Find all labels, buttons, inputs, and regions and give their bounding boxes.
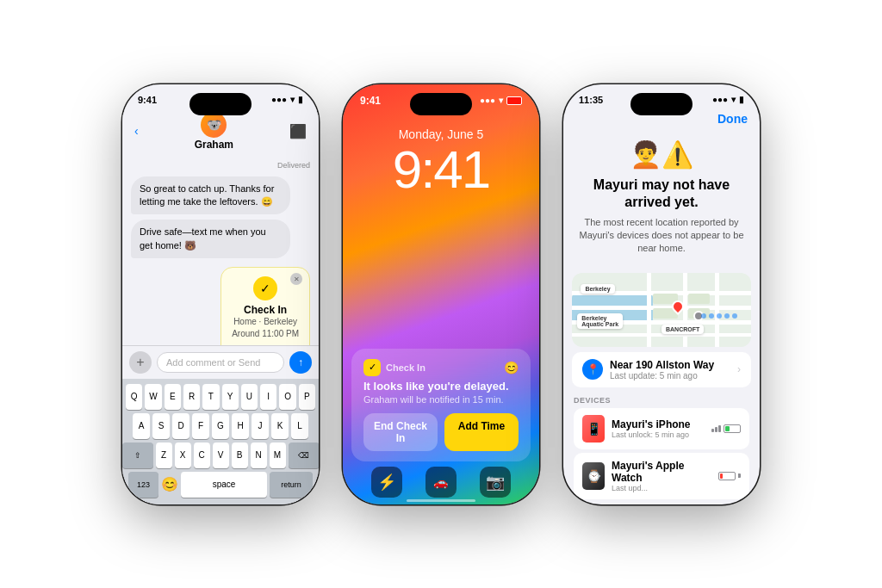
map-dot-4 [724,313,730,319]
key-m[interactable]: M [270,443,286,468]
key-u[interactable]: U [241,384,258,410]
messages-nav: ‹ 🐨 Graham ⬛ [122,108,319,156]
check-in-close-button[interactable]: ✕ [290,273,302,285]
send-button[interactable]: ↑ [289,351,312,374]
key-return[interactable]: return [270,472,313,498]
phone-messages: 9:41 ●●● ▾ ▮ ‹ 🐨 Graham ⬛ Delivered [122,84,319,504]
lock-time-display: 9:41 [343,143,539,196]
map-dot-2 [709,313,714,319]
key-j[interactable]: J [252,413,269,439]
map-container[interactable]: Berkeley BerkeleyAquatic Park BANCROFT [572,273,751,347]
key-123[interactable]: 123 [128,472,158,498]
alert-status-icons: ●●● ▾ ▮ [712,95,744,104]
lock-signal-icon: ●●● [480,96,495,105]
location-row[interactable]: 📍 Near 190 Allston Way Last update: 5 mi… [572,352,751,387]
keyboard-row-4: 123 😊 space return [126,472,315,498]
key-shift[interactable]: ⇧ [122,443,153,468]
phone-alert: 11:35 ●●● ▾ ▮ Done 🧑‍🦱⚠️ Mayuri may not … [563,84,760,504]
home-indicator-center [407,499,475,502]
camera-button[interactable]: 📷 [480,467,511,498]
driving-mode-button[interactable]: 🚗 [425,467,457,498]
wifi-bar-1 [711,429,714,432]
contact-avatar: 🐨 [201,112,227,138]
key-y[interactable]: Y [222,384,239,410]
key-k[interactable]: K [271,413,289,439]
key-d[interactable]: D [172,413,189,439]
add-attachment-button[interactable]: + [129,351,152,374]
battery-icon: ▮ [298,95,303,104]
key-p[interactable]: P [299,384,315,410]
wifi-bar-2 [715,427,717,432]
map-label-bancroft: BANCROFT [662,325,704,334]
scene: 9:41 ●●● ▾ ▮ ‹ 🐨 Graham ⬛ Delivered [0,0,882,588]
notif-actions: End Check In Add Time [363,413,519,451]
key-i[interactable]: I [260,384,276,410]
key-q[interactable]: Q [126,384,142,410]
location-icon: 📍 [582,359,603,380]
key-l[interactable]: L [291,413,308,439]
device-iphone-update: Last unlock: 5 min ago [612,430,691,439]
device-row-watch[interactable]: ⌚ Mayuri's Apple Watch Last upd... [574,453,749,499]
key-w[interactable]: W [145,384,161,410]
contact-header[interactable]: 🐨 Graham [195,112,233,151]
keyboard-row-2: A S D F G H J K L [126,413,315,439]
key-emoji[interactable]: 😊 [161,472,178,498]
location-info: Near 190 Allston Way Last update: 5 min … [610,359,714,381]
key-t[interactable]: T [202,384,219,410]
phone-lockscreen: 9:41 ●●● ▾ Monday, June 5 9:41 ✓ Check I… [343,84,539,504]
keyboard: Q W E R T Y U I O P A S D F G H [122,379,319,504]
delivered-label: Delivered [131,161,310,170]
key-f[interactable]: F [192,413,209,439]
key-c[interactable]: C [194,443,210,468]
device-row-iphone[interactable]: 📱 Mayuri's iPhone Last unlock: 5 min ago [574,408,749,449]
message-input-bar: + Add comment or Send ↑ [122,345,319,379]
message-bubble-1: So great to catch up. Thanks for letting… [131,176,290,215]
dynamic-island-right [630,93,693,115]
device-info-watch: Mayuri's Apple Watch Last upd... [612,460,711,492]
key-h[interactable]: H [232,413,249,439]
video-call-button[interactable]: ⬛ [289,123,307,139]
map-street-v2 [683,273,687,347]
devices-section: DEVICES 📱 Mayuri's iPhone Last unlock: 5… [563,393,760,504]
key-b[interactable]: B [232,443,248,468]
done-button[interactable]: Done [717,112,748,126]
alert-signal-icon: ●●● [712,95,728,104]
watch-icon: ⌚ [582,462,605,490]
key-r[interactable]: R [183,384,200,410]
lock-dock: ⚡ 🚗 📷 [343,467,539,498]
battery-bar-watch [718,472,736,480]
device-watch-battery [718,472,741,480]
key-x[interactable]: X [175,443,191,468]
lockscreen: 9:41 ●●● ▾ Monday, June 5 9:41 ✓ Check I… [343,84,539,504]
torch-button[interactable]: ⚡ [371,467,402,498]
device-iphone-battery [711,424,741,433]
key-o[interactable]: O [279,384,295,410]
notif-subtitle: Graham will be notified in 15 min. [363,394,519,405]
key-e[interactable]: E [165,384,181,410]
battery-fill-iphone [725,426,730,431]
map-dot-3 [717,313,722,319]
wifi-signal-icon [711,425,721,432]
key-z[interactable]: Z [156,443,172,468]
key-g[interactable]: G [212,413,229,439]
message-input-field[interactable]: Add comment or Send [157,352,284,373]
battery-fill-watch [720,473,723,479]
key-a[interactable]: A [133,413,150,439]
map-dot-trail [701,313,737,319]
key-n[interactable]: N [251,443,267,468]
alert-status-time: 11:35 [579,95,603,105]
status-time-left: 9:41 [138,95,157,105]
back-button[interactable]: ‹ [134,124,139,138]
key-v[interactable]: V [213,443,229,468]
map-street-v3 [715,273,719,347]
key-space[interactable]: space [181,472,267,498]
map-dot-1 [701,313,706,319]
key-delete[interactable]: ⌫ [289,443,320,468]
add-time-button[interactable]: Add Time [444,413,519,451]
lock-notification[interactable]: ✓ Check In 😊 It looks like you're delaye… [351,349,531,461]
check-in-card[interactable]: ✕ ✓ Check In Home · Berkeley Around 11:0… [220,267,310,344]
device-info-iphone: Mayuri's iPhone Last unlock: 5 min ago [612,418,691,439]
key-s[interactable]: S [152,413,170,439]
map-dot-5 [732,313,737,319]
end-check-in-button[interactable]: End Check In [363,413,438,451]
